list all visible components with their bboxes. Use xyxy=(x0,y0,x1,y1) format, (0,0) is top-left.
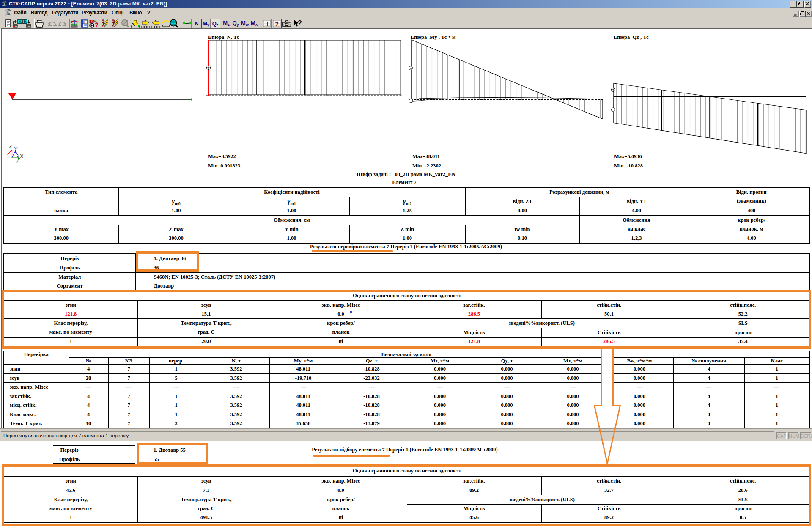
svg-text:?: ? xyxy=(275,20,279,27)
svg-text:Епюра My , Тс * м: Епюра My , Тс * м xyxy=(411,34,456,40)
svg-text:Max=48.011: Max=48.011 xyxy=(412,154,440,159)
svg-text:Min=0.091823: Min=0.091823 xyxy=(208,163,240,169)
svg-text:Б: Б xyxy=(24,19,27,24)
svg-text:Min=-2.2302: Min=-2.2302 xyxy=(412,163,441,169)
svg-text:Епюра N, Тс: Епюра N, Тс xyxy=(208,34,239,40)
svg-text:Шифр задачі : 03_2D рама МК_: Шифр задачі : 03_2D рама МК_var2_EN xyxy=(357,171,455,177)
svg-text:Елемент 7: Елемент 7 xyxy=(392,179,417,185)
svg-text:X: X xyxy=(20,153,24,159)
svg-text:Епюра Qz , Тс: Епюра Qz , Тс xyxy=(614,34,649,40)
svg-text:Z: Z xyxy=(9,143,12,150)
svg-text:Max=3.5922: Max=3.5922 xyxy=(208,154,236,159)
svg-text:?: ? xyxy=(95,22,99,28)
svg-text:Max=5.4936: Max=5.4936 xyxy=(614,154,642,159)
svg-text:Min=-10.828: Min=-10.828 xyxy=(614,163,643,169)
svg-text:Б: Б xyxy=(19,19,22,24)
svg-text:?: ? xyxy=(298,19,302,27)
svg-text:!: ! xyxy=(266,20,269,27)
